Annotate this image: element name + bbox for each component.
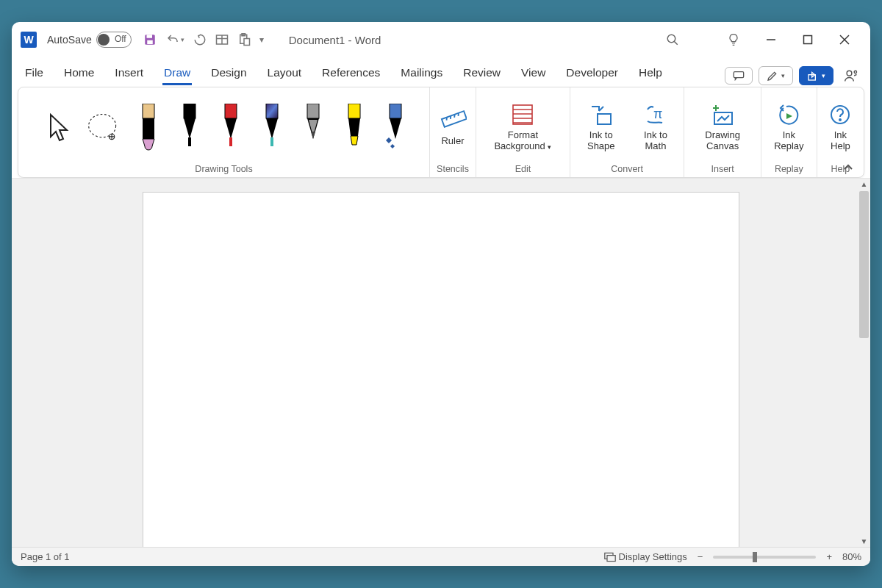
svg-rect-55 <box>607 555 615 561</box>
ink-help-icon <box>829 102 851 127</box>
tab-home[interactable]: Home <box>62 63 96 85</box>
ink-replay-button[interactable]: Ink Replay <box>767 101 811 154</box>
svg-rect-28 <box>229 137 232 146</box>
page[interactable] <box>143 192 739 547</box>
pen-tool-0[interactable] <box>136 104 161 151</box>
group-label-drawing-tools: Drawing Tools <box>195 162 252 176</box>
pen-tool-2[interactable] <box>218 104 243 151</box>
svg-rect-23 <box>143 104 154 118</box>
svg-point-9 <box>667 35 675 43</box>
svg-rect-32 <box>348 104 360 118</box>
tab-mailings[interactable]: Mailings <box>399 63 444 85</box>
ink-to-shape-icon <box>589 102 614 127</box>
redo-icon[interactable] <box>193 33 207 46</box>
save-icon[interactable] <box>143 33 157 46</box>
tab-file[interactable]: File <box>24 63 45 85</box>
table-icon[interactable] <box>215 34 229 46</box>
svg-rect-24 <box>143 118 154 139</box>
page-indicator[interactable]: Page 1 of 1 <box>21 551 70 562</box>
editing-mode-button[interactable]: ▾ <box>759 66 793 85</box>
tab-review[interactable]: Review <box>462 63 502 85</box>
svg-text:π: π <box>653 107 662 121</box>
ruler-icon <box>439 108 467 133</box>
scroll-thumb[interactable] <box>859 191 869 338</box>
svg-rect-33 <box>390 104 401 118</box>
svg-marker-34 <box>386 137 392 143</box>
svg-rect-25 <box>184 104 196 118</box>
tab-developer[interactable]: Developer <box>564 63 620 85</box>
drawing-canvas-button[interactable]: Drawing Canvas <box>690 101 755 154</box>
svg-rect-26 <box>188 137 191 146</box>
zoom-level[interactable]: 80% <box>842 551 861 562</box>
svg-rect-46 <box>598 114 611 124</box>
ribbon-tabs: File Home Insert Draw Design Layout Refe… <box>12 57 870 85</box>
undo-icon[interactable]: ▾ <box>165 33 184 46</box>
svg-point-18 <box>854 71 856 73</box>
pen-tool-6[interactable] <box>383 104 408 151</box>
qat-customize-icon[interactable]: ▾ <box>259 35 264 45</box>
search-icon[interactable] <box>666 33 679 46</box>
tips-icon[interactable] <box>728 32 739 47</box>
svg-rect-30 <box>270 137 273 146</box>
pen-tool-1[interactable] <box>177 104 202 151</box>
title-bar: W AutoSave Off ▾ ▾ Document1 - Word <box>12 22 870 57</box>
display-settings-button[interactable]: Display Settings <box>604 551 687 562</box>
pen-tool-5[interactable] <box>342 104 367 151</box>
tab-help[interactable]: Help <box>637 63 664 85</box>
lasso-tool[interactable] <box>86 110 121 144</box>
tab-view[interactable]: View <box>520 63 547 85</box>
ink-help-button[interactable]: Ink Help <box>823 101 858 154</box>
group-label-replay: Replay <box>775 162 803 176</box>
svg-rect-29 <box>266 104 278 118</box>
ruler-button[interactable]: Ruler <box>436 107 470 148</box>
svg-rect-27 <box>225 104 237 118</box>
svg-rect-41 <box>513 105 532 124</box>
tab-design[interactable]: Design <box>209 63 248 85</box>
collapse-ribbon-icon[interactable] <box>843 164 853 171</box>
zoom-slider[interactable] <box>713 556 816 559</box>
zoom-out-button[interactable]: − <box>698 551 703 562</box>
paste-icon[interactable] <box>237 33 251 46</box>
status-bar: Page 1 of 1 Display Settings − + 80% <box>12 547 870 566</box>
format-background-button[interactable]: Format Background ▾ <box>482 101 564 154</box>
minimize-button[interactable] <box>766 35 776 45</box>
drawing-canvas-icon <box>710 102 735 127</box>
svg-rect-15 <box>734 72 743 78</box>
group-label-stencils: Stencils <box>437 162 469 176</box>
format-background-icon <box>510 102 535 127</box>
ink-to-math-button[interactable]: π Ink to Math <box>634 101 678 154</box>
tab-draw[interactable]: Draw <box>162 63 192 85</box>
svg-point-17 <box>847 71 852 76</box>
svg-rect-8 <box>244 39 250 46</box>
tab-insert[interactable]: Insert <box>113 63 145 85</box>
svg-rect-12 <box>804 36 812 44</box>
svg-point-53 <box>839 119 841 121</box>
scroll-up-icon[interactable]: ▲ <box>861 180 868 188</box>
close-button[interactable] <box>839 35 850 45</box>
group-label-edit: Edit <box>515 162 531 176</box>
svg-marker-35 <box>390 144 395 148</box>
ink-replay-icon <box>776 102 801 127</box>
scroll-down-icon[interactable]: ▼ <box>861 537 868 545</box>
app-window: W AutoSave Off ▾ ▾ Document1 - Word File… <box>12 22 870 566</box>
group-label-insert: Insert <box>711 162 734 176</box>
comments-button[interactable] <box>725 67 753 85</box>
svg-rect-36 <box>442 111 467 127</box>
maximize-button[interactable] <box>803 35 813 45</box>
pen-tool-3[interactable] <box>259 104 284 151</box>
ink-to-shape-button[interactable]: Ink to Shape <box>576 101 626 154</box>
document-title: Document1 - Word <box>289 34 381 46</box>
pen-tool-4[interactable] <box>301 104 326 151</box>
word-app-icon: W <box>21 32 37 48</box>
zoom-in-button[interactable]: + <box>826 551 832 562</box>
account-icon[interactable] <box>844 68 858 83</box>
tab-references[interactable]: References <box>320 63 381 85</box>
tab-layout[interactable]: Layout <box>266 63 304 85</box>
document-area[interactable]: ▲ ▼ <box>12 178 870 547</box>
autosave-toggle[interactable]: AutoSave Off <box>47 32 132 48</box>
share-button[interactable]: ▾ <box>799 66 833 85</box>
svg-line-10 <box>674 41 678 45</box>
vertical-scrollbar[interactable]: ▲ ▼ <box>858 179 870 547</box>
ribbon: Drawing Tools Ruler Stencils Format Back… <box>18 87 864 178</box>
select-tool[interactable] <box>45 110 74 144</box>
